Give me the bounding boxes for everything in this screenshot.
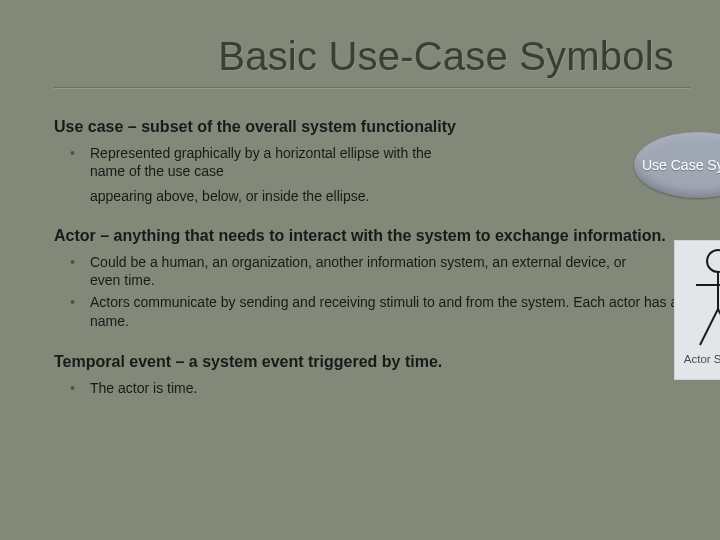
slide-title: Basic Use-Case Symbols xyxy=(54,34,680,79)
use-case-after-note: appearing above, below, or inside the el… xyxy=(54,188,680,204)
section-actor: Actor – anything that needs to interact … xyxy=(54,226,680,330)
use-case-symbol-label: Use Case Symbol xyxy=(642,157,720,173)
list-item: Represented graphically by a horizontal … xyxy=(78,144,458,180)
list-item: Could be a human, an organization, anoth… xyxy=(78,253,638,289)
section-use-case: Use case – subset of the overall system … xyxy=(54,117,680,204)
section-temporal: Temporal event – a system event triggere… xyxy=(54,352,680,397)
list-item: The actor is time. xyxy=(78,379,680,397)
temporal-bullets: The actor is time. xyxy=(54,379,680,397)
temporal-heading: Temporal event – a system event triggere… xyxy=(54,352,680,373)
actor-symbol-figure: Actor Symbol xyxy=(674,240,720,380)
use-case-bullets: Represented graphically by a horizontal … xyxy=(54,144,680,180)
svg-point-0 xyxy=(707,250,720,272)
stick-figure-icon xyxy=(688,247,720,349)
use-case-heading: Use case – subset of the overall system … xyxy=(54,117,554,138)
slide-content: Use case – subset of the overall system … xyxy=(54,117,680,397)
actor-heading: Actor – anything that needs to interact … xyxy=(54,226,674,247)
title-underline xyxy=(54,87,690,89)
actor-bullets: Could be a human, an organization, anoth… xyxy=(54,253,680,330)
list-item: Actors communicate by sending and receiv… xyxy=(78,293,680,329)
actor-symbol-label: Actor Symbol xyxy=(684,353,720,365)
svg-line-3 xyxy=(700,309,718,345)
